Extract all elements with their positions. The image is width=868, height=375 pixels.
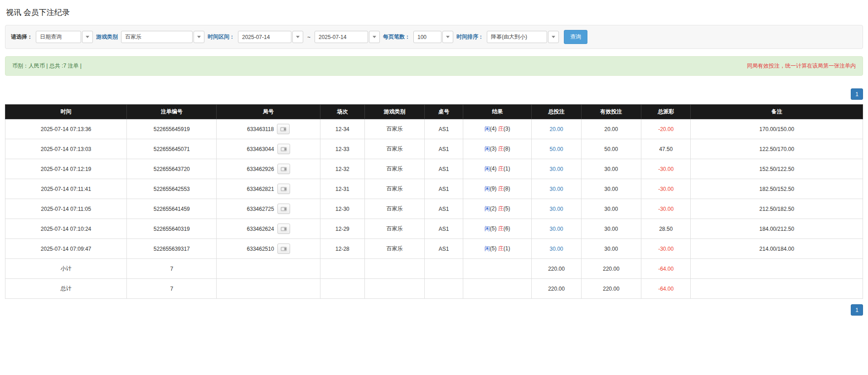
game-type-cell: 百家乐 [365, 159, 425, 179]
round-replay-button[interactable] [277, 244, 290, 254]
page-1-button[interactable]: 1 [851, 304, 863, 316]
video-replay-icon [281, 166, 287, 172]
payout-cell: 28.50 [641, 219, 691, 239]
session-cell: 12-29 [320, 219, 364, 239]
date-range-separator: ~ [306, 34, 311, 40]
round-replay-button[interactable] [277, 224, 290, 234]
total-bet-link[interactable]: 30.00 [549, 246, 563, 252]
header-valid-bet: 有效投注 [581, 105, 641, 119]
date-from-dropdown-button[interactable] [292, 31, 303, 43]
chevron-down-icon [86, 36, 89, 38]
time-cell: 2025-07-14 07:13:36 [5, 119, 127, 139]
result-player-value: (9) [490, 185, 497, 192]
date-from-input[interactable] [238, 31, 291, 43]
game-type-dropdown-button[interactable] [194, 31, 204, 43]
total-bet-link[interactable]: 30.00 [549, 226, 563, 232]
round-id: 633462624 [247, 226, 274, 232]
header-game-type: 游戏类别 [365, 105, 425, 119]
video-replay-icon [280, 127, 286, 132]
time-cell: 2025-07-14 07:10:24 [5, 219, 127, 239]
subtotal-row: 小计 7 220.00 220.00 -64.00 [5, 259, 863, 279]
table-row: 2025-07-14 07:12:19 522655643720 6334629… [5, 159, 863, 179]
payout-cell: -30.00 [641, 239, 691, 259]
result-cell: 闲(5) 庄(6) [463, 219, 532, 239]
round-id-cell: 633462624 [217, 219, 320, 239]
payout-cell: -30.00 [641, 159, 691, 179]
valid-bet-cell: 30.00 [581, 239, 641, 259]
result-cell: 闲(4) 庄(1) [463, 159, 532, 179]
total-bet-link[interactable]: 30.00 [549, 206, 563, 212]
result-cell: 闲(4) 庄(3) [463, 119, 532, 139]
page-size-input[interactable] [413, 31, 441, 43]
sort-order-dropdown-button[interactable] [548, 31, 559, 43]
bet-id-cell: 522655643720 [127, 159, 217, 179]
total-total-bet: 220.00 [532, 279, 582, 299]
result-player-value: (4) [490, 166, 497, 172]
round-id: 633462926 [247, 166, 274, 172]
subtotal-count: 7 [127, 259, 217, 279]
bet-id-cell: 522655639317 [127, 239, 217, 259]
total-bet-link[interactable]: 50.00 [549, 146, 563, 152]
round-replay-button[interactable] [277, 184, 290, 194]
note-cell: 170.00/150.00 [691, 119, 863, 139]
sort-order-input[interactable] [487, 31, 547, 43]
table-no-cell: AS1 [425, 199, 463, 219]
payout-cell: -20.00 [641, 119, 691, 139]
total-row: 总计 7 220.00 220.00 -64.00 [5, 279, 863, 299]
total-bet-cell: 30.00 [532, 159, 582, 179]
game-type-input[interactable] [121, 31, 193, 43]
page: 视讯 会员下注纪录 请选择： 游戏类别 时间区间： ~ 每页笔数： 时间排序： [0, 0, 868, 329]
result-banker-label: 庄 [498, 205, 504, 212]
valid-bet-cell: 20.00 [581, 119, 641, 139]
round-id: 633463044 [247, 146, 274, 152]
round-replay-button[interactable] [277, 164, 290, 174]
header-payout: 总派彩 [641, 105, 691, 119]
time-cell: 2025-07-14 07:12:19 [5, 159, 127, 179]
date-to-dropdown-button[interactable] [369, 31, 380, 43]
date-to-input[interactable] [315, 31, 368, 43]
date-to-combo [315, 31, 380, 43]
valid-bet-cell: 30.00 [581, 219, 641, 239]
bet-id-cell: 522655645919 [127, 119, 217, 139]
bet-id-cell: 522655642553 [127, 179, 217, 199]
table-row: 2025-07-14 07:11:41 522655642553 6334628… [5, 179, 863, 199]
game-type-cell: 百家乐 [365, 179, 425, 199]
time-cell: 2025-07-14 07:11:05 [5, 199, 127, 219]
result-player-label: 闲 [485, 205, 490, 212]
bet-id-cell: 522655645071 [127, 139, 217, 159]
total-bet-link[interactable]: 30.00 [549, 186, 563, 192]
page-size-dropdown-button[interactable] [442, 31, 453, 43]
sort-order-label: 时间排序： [456, 33, 484, 41]
round-replay-button[interactable] [277, 144, 290, 154]
subtotal-valid-bet: 220.00 [581, 259, 641, 279]
result-banker-label: 庄 [498, 166, 504, 172]
result-banker-value: (6) [504, 225, 510, 232]
chevron-down-icon [552, 36, 555, 38]
game-type-cell: 百家乐 [365, 199, 425, 219]
page-1-button[interactable]: 1 [851, 88, 863, 100]
round-id: 633462510 [247, 246, 274, 252]
session-cell: 12-31 [320, 179, 364, 199]
subtotal-label: 小计 [5, 259, 127, 279]
query-type-input[interactable] [36, 31, 81, 43]
round-id-cell: 633462821 [217, 179, 320, 199]
round-replay-button[interactable] [277, 124, 290, 134]
table-no-cell: AS1 [425, 119, 463, 139]
result-player-label: 闲 [485, 126, 490, 132]
search-button[interactable]: 查询 [564, 30, 587, 44]
valid-bet-cell: 30.00 [581, 179, 641, 199]
result-banker-label: 庄 [498, 185, 504, 192]
total-bet-cell: 30.00 [532, 179, 582, 199]
round-replay-button[interactable] [277, 204, 290, 214]
query-type-dropdown-button[interactable] [82, 31, 93, 43]
note-cell: 212.50/182.50 [691, 199, 863, 219]
session-cell: 12-28 [320, 239, 364, 259]
table-no-cell: AS1 [425, 139, 463, 159]
result-banker-value: (1) [504, 245, 510, 252]
total-bet-link[interactable]: 30.00 [549, 166, 563, 172]
total-bet-link[interactable]: 20.00 [549, 126, 563, 132]
bet-id-cell: 522655641459 [127, 199, 217, 219]
note-cell: 152.50/122.50 [691, 159, 863, 179]
result-cell: 闲(5) 庄(1) [463, 239, 532, 259]
video-replay-icon [281, 206, 287, 212]
